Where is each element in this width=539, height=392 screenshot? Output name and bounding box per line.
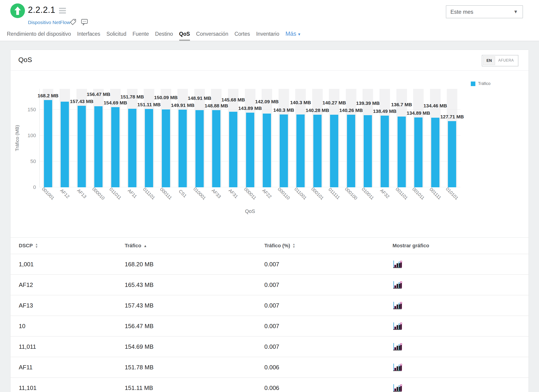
cell-dscp: 10 — [19, 323, 125, 330]
bar-010001[interactable] — [195, 110, 204, 187]
show-graph-button[interactable] — [393, 384, 529, 392]
bar-slot-011011: 154.69 MB011011 — [107, 89, 124, 187]
sort-icon[interactable]: ▲▼ — [292, 243, 295, 248]
show-graph-button[interactable] — [393, 322, 529, 330]
show-graph-button[interactable] — [393, 281, 529, 289]
bar-slots: 168.2 MB001001AF12157.43 MBAF13156.47 MB… — [40, 89, 461, 187]
bar-000011[interactable] — [246, 113, 254, 187]
bar-001101[interactable] — [398, 116, 406, 187]
tab-inventario[interactable]: Inventario — [256, 31, 279, 41]
bar-af32[interactable] — [381, 116, 389, 187]
bar-value-label: 140.28 MB — [306, 108, 329, 113]
page-title: 2.2.2.1 — [28, 5, 55, 15]
cell-trafico-pct: 0.006 — [264, 384, 393, 392]
bar-value-label: 138.49 MB — [373, 109, 397, 114]
bar-value-label: 140.3 MB — [273, 107, 294, 113]
bar-chart-icon — [393, 384, 402, 392]
table-row: 10156.47 MB0.007 — [10, 315, 529, 336]
bar-000111[interactable] — [162, 109, 170, 187]
bar-af11[interactable] — [128, 109, 136, 188]
bar-011001[interactable] — [296, 115, 305, 187]
bar-slot-001111: 134.46 MB001111 — [427, 89, 444, 187]
bar-cs1[interactable] — [178, 110, 187, 187]
tab-destino[interactable]: Destino — [155, 31, 173, 41]
bar-001111[interactable] — [431, 118, 439, 187]
bar-slot-010011: 139.39 MB010011 — [360, 89, 376, 187]
bar-slot-af13: 157.43 MBAF13 — [73, 89, 90, 187]
show-graph-button[interactable] — [393, 343, 529, 351]
bar-value-label: 140.3 MB — [290, 100, 311, 105]
sort-down-icon: ▼ — [292, 246, 295, 248]
bar-010101[interactable] — [448, 121, 456, 187]
column-header-tr-fico[interactable]: Tráfico (%)▲▼ — [264, 243, 393, 249]
bar-value-label: 157.43 MB — [70, 99, 94, 104]
show-graph-button[interactable] — [393, 363, 529, 371]
bar-value-label: 139.39 MB — [356, 101, 380, 106]
bar-slot-cs1: 149.91 MBCS1 — [174, 89, 191, 187]
bar-value-label: 148.91 MB — [188, 96, 211, 101]
cell-trafico: 151.11 MB — [125, 384, 264, 392]
show-graph-button[interactable] — [393, 301, 529, 310]
bar-af33[interactable] — [212, 110, 220, 187]
column-header-dscp[interactable]: DSCP▲▼ — [19, 243, 125, 249]
x-axis-tick-label: AF33 — [211, 188, 222, 199]
bar-000100[interactable] — [347, 115, 355, 187]
tab-cortes[interactable]: Cortes — [234, 31, 250, 41]
bar-slot-011001: 140.3 MB011001 — [292, 89, 309, 187]
bar-af22[interactable] — [263, 114, 271, 187]
in-out-toggle: EN AFUERA — [482, 55, 518, 66]
tab-solicitud[interactable]: Solicitud — [106, 31, 126, 41]
column-header-tr-fico[interactable]: Tráfico▲ — [125, 243, 264, 249]
show-graph-button[interactable] — [393, 260, 529, 268]
bar-slot-001001: 168.2 MB001001 — [40, 89, 57, 187]
device-type-link[interactable]: Dispositivo NetFlow — [28, 20, 70, 25]
cell-dscp: AF12 — [19, 281, 125, 289]
bar-chart-icon — [393, 343, 402, 351]
bar-af31[interactable] — [229, 112, 237, 187]
tab-qos[interactable]: QoS — [179, 31, 190, 41]
cell-trafico: 151.78 MB — [125, 364, 264, 371]
toggle-in-button[interactable]: EN — [483, 56, 495, 65]
column-header-mostrar-gr-fico[interactable]: Mostrar gráfico — [393, 243, 529, 249]
sort-icon[interactable]: ▲▼ — [35, 243, 38, 248]
cell-dscp: 11,101 — [19, 384, 125, 392]
column-header-label: Mostrar gráfico — [393, 243, 429, 249]
tab-interfaces[interactable]: Interfaces — [77, 31, 100, 41]
bar-value-label: 140.26 MB — [339, 108, 363, 113]
chart-legend[interactable]: Tráfico — [471, 81, 491, 86]
tab-fuente[interactable]: Fuente — [133, 31, 149, 41]
bar-001001[interactable] — [44, 100, 52, 187]
cell-trafico: 168.20 MB — [125, 261, 264, 268]
x-axis-tick-label: 010101 — [445, 186, 459, 201]
tab-rendimiento-del-dispositivo[interactable]: Rendimiento del dispositivo — [7, 31, 71, 41]
bar-slot-011101: 151.11 MB011101 — [140, 89, 158, 187]
bar-chart-icon — [393, 260, 402, 268]
time-period-select[interactable]: Este mes ▼ — [446, 5, 523, 18]
toggle-out-button[interactable]: AFUERA — [495, 56, 517, 65]
bar-010011[interactable] — [364, 115, 372, 187]
bar-011011[interactable] — [111, 107, 120, 187]
x-axis-tick-label: 000010 — [91, 186, 106, 201]
bar-000101[interactable] — [313, 115, 322, 187]
tab-conversaci-n[interactable]: Conversación — [196, 31, 228, 41]
bar-001011[interactable] — [414, 117, 423, 187]
sort-asc-icon[interactable]: ▲ — [144, 244, 147, 248]
bar-000010[interactable] — [94, 106, 102, 187]
bar-011101[interactable] — [145, 109, 153, 187]
table-header-row: DSCP▲▼Tráfico▲Tráfico (%)▲▼Mostrar gráfi… — [10, 238, 529, 254]
bar-011111[interactable] — [330, 115, 338, 187]
table-row: AF11151.78 MB0.006 — [10, 357, 529, 377]
bar-000110[interactable] — [280, 115, 288, 187]
bar-chart-icon — [393, 281, 402, 289]
table-row: AF12165.43 MB0.007 — [10, 274, 529, 295]
x-axis-tick-label: CS1 — [178, 189, 188, 199]
tab-m-s[interactable]: Más▾ — [285, 30, 300, 41]
bar-af13[interactable] — [77, 106, 86, 187]
bar-value-label: 134.46 MB — [424, 103, 447, 109]
comment-icon[interactable] — [81, 18, 88, 27]
time-period-value: Este mes — [450, 9, 473, 15]
tag-icon[interactable] — [69, 18, 77, 27]
device-menu-icon[interactable] — [59, 8, 66, 15]
cell-trafico: 156.47 MB — [125, 323, 264, 330]
bar-af12[interactable] — [61, 102, 69, 187]
